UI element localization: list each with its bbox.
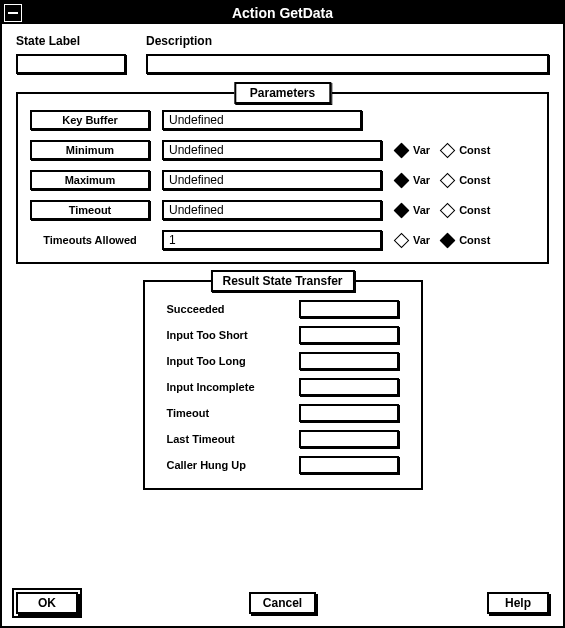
minimum-var-label[interactable]: Var: [413, 144, 430, 156]
ok-button[interactable]: OK: [16, 592, 78, 614]
succeeded-label: Succeeded: [167, 303, 225, 315]
key-buffer-button[interactable]: Key Buffer: [30, 110, 150, 130]
maximum-value[interactable]: Undefined: [162, 170, 382, 190]
key-buffer-value[interactable]: Undefined: [162, 110, 362, 130]
param-row-minimum: Minimum Undefined Var Const: [30, 140, 535, 160]
caller-hung-up-input[interactable]: [299, 456, 399, 474]
state-label-caption: State Label: [16, 34, 126, 48]
minimum-value[interactable]: Undefined: [162, 140, 382, 160]
result-row-input-incomplete: Input Incomplete: [167, 378, 399, 396]
timeouts-allowed-const-label[interactable]: Const: [459, 234, 490, 246]
help-button[interactable]: Help: [487, 592, 549, 614]
result-row-input-too-long: Input Too Long: [167, 352, 399, 370]
minimum-button[interactable]: Minimum: [30, 140, 150, 160]
timeout-const-label[interactable]: Const: [459, 204, 490, 216]
timeout-var-radio[interactable]: [394, 202, 410, 218]
timeout-value[interactable]: Undefined: [162, 200, 382, 220]
window-title: Action GetData: [2, 5, 563, 21]
caller-hung-up-label: Caller Hung Up: [167, 459, 246, 471]
parameters-group: Parameters Key Buffer Undefined Minimum …: [16, 92, 549, 264]
input-incomplete-input[interactable]: [299, 378, 399, 396]
input-incomplete-label: Input Incomplete: [167, 381, 255, 393]
param-row-maximum: Maximum Undefined Var Const: [30, 170, 535, 190]
maximum-var-radio[interactable]: [394, 172, 410, 188]
result-legend: Result State Transfer: [210, 270, 354, 292]
result-row-timeout: Timeout: [167, 404, 399, 422]
description-input[interactable]: [146, 54, 549, 74]
result-timeout-label: Timeout: [167, 407, 210, 419]
minimum-const-radio[interactable]: [440, 142, 456, 158]
minimum-const-label[interactable]: Const: [459, 144, 490, 156]
maximum-const-label[interactable]: Const: [459, 174, 490, 186]
timeouts-allowed-value[interactable]: 1: [162, 230, 382, 250]
last-timeout-input[interactable]: [299, 430, 399, 448]
input-too-long-label: Input Too Long: [167, 355, 246, 367]
param-row-timeout: Timeout Undefined Var Const: [30, 200, 535, 220]
dialog-content: State Label Description Parameters Key B…: [2, 24, 563, 490]
timeouts-allowed-var-label[interactable]: Var: [413, 234, 430, 246]
dialog-button-row: OK Cancel Help: [16, 592, 549, 614]
state-label-input[interactable]: [16, 54, 126, 74]
maximum-const-radio[interactable]: [440, 172, 456, 188]
result-row-succeeded: Succeeded: [167, 300, 399, 318]
system-menu-icon[interactable]: [4, 4, 22, 22]
timeout-button[interactable]: Timeout: [30, 200, 150, 220]
maximum-button[interactable]: Maximum: [30, 170, 150, 190]
input-too-short-label: Input Too Short: [167, 329, 248, 341]
maximum-var-label[interactable]: Var: [413, 174, 430, 186]
timeout-const-radio[interactable]: [440, 202, 456, 218]
last-timeout-label: Last Timeout: [167, 433, 235, 445]
cancel-button[interactable]: Cancel: [249, 592, 316, 614]
succeeded-input[interactable]: [299, 300, 399, 318]
result-row-caller-hung-up: Caller Hung Up: [167, 456, 399, 474]
dialog-window: Action GetData State Label Description P…: [0, 0, 565, 628]
timeouts-allowed-label: Timeouts Allowed: [30, 234, 150, 246]
header-fields: State Label Description: [16, 34, 549, 74]
timeout-var-label[interactable]: Var: [413, 204, 430, 216]
minimum-var-radio[interactable]: [394, 142, 410, 158]
result-state-transfer-group: Result State Transfer Succeeded Input To…: [143, 280, 423, 490]
input-too-short-input[interactable]: [299, 326, 399, 344]
input-too-long-input[interactable]: [299, 352, 399, 370]
timeouts-allowed-const-radio[interactable]: [440, 232, 456, 248]
title-bar: Action GetData: [2, 2, 563, 24]
timeouts-allowed-var-radio[interactable]: [394, 232, 410, 248]
param-row-key-buffer: Key Buffer Undefined: [30, 110, 535, 130]
result-row-last-timeout: Last Timeout: [167, 430, 399, 448]
result-row-input-too-short: Input Too Short: [167, 326, 399, 344]
description-caption: Description: [146, 34, 549, 48]
parameters-legend: Parameters: [234, 82, 331, 104]
param-row-timeouts-allowed: Timeouts Allowed 1 Var Const: [30, 230, 535, 250]
result-timeout-input[interactable]: [299, 404, 399, 422]
